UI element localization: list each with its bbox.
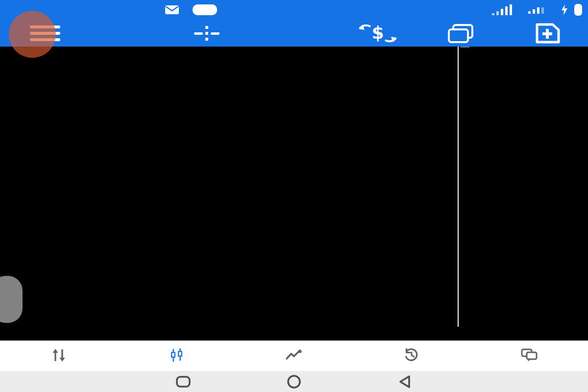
macd-indicator-panel[interactable] bbox=[2, 300, 458, 327]
charts-icon bbox=[168, 348, 185, 363]
current-price-label bbox=[461, 47, 469, 48]
signal-bars-icon bbox=[491, 3, 522, 16]
tab-charts[interactable] bbox=[118, 341, 235, 371]
price-axis[interactable] bbox=[458, 47, 588, 327]
trade-dollar-icon[interactable]: $ bbox=[357, 20, 399, 47]
charging-bolt-icon bbox=[561, 4, 568, 16]
home-icon[interactable] bbox=[286, 374, 302, 389]
network-type-indicator bbox=[528, 6, 549, 14]
tab-messages[interactable] bbox=[470, 341, 588, 371]
signal-bars2-icon bbox=[528, 6, 549, 14]
windows-icon[interactable] bbox=[445, 20, 476, 47]
envelope-icon bbox=[165, 4, 179, 15]
time-axis[interactable] bbox=[0, 327, 458, 341]
mt5-mobile-screen: $ bbox=[0, 0, 588, 392]
edge-swipe-handle[interactable] bbox=[0, 276, 23, 323]
android-nav-bar bbox=[0, 371, 588, 392]
menu-icon[interactable] bbox=[25, 20, 65, 47]
tab-history[interactable] bbox=[353, 341, 470, 371]
quotes-icon bbox=[50, 348, 67, 363]
svg-text:$: $ bbox=[371, 23, 384, 43]
back-icon[interactable] bbox=[396, 374, 413, 389]
new-chart-icon[interactable] bbox=[532, 20, 563, 47]
bottom-tab-bar bbox=[0, 341, 588, 371]
trade-icon bbox=[285, 348, 303, 363]
battery-indicator bbox=[574, 4, 582, 16]
candlestick-chart[interactable] bbox=[2, 47, 458, 300]
history-icon bbox=[403, 348, 420, 363]
notification-pill-icon bbox=[192, 4, 218, 16]
crosshair-icon[interactable] bbox=[191, 20, 222, 47]
messages-icon bbox=[520, 348, 538, 363]
chart-toolbar: $ bbox=[0, 20, 588, 47]
status-bar bbox=[0, 0, 588, 20]
function-icon[interactable] bbox=[278, 20, 308, 47]
chart-area[interactable] bbox=[0, 47, 588, 341]
tab-quotes[interactable] bbox=[0, 341, 118, 371]
recents-icon[interactable] bbox=[175, 374, 192, 389]
tab-trade[interactable] bbox=[235, 341, 353, 371]
